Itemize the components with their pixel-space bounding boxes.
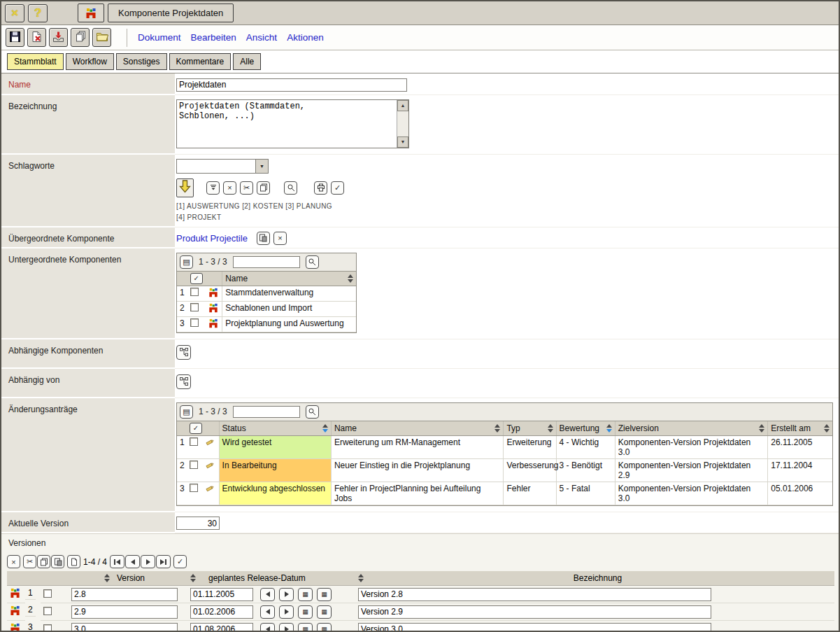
print-button[interactable] <box>314 181 327 195</box>
date-next-button[interactable] <box>279 605 294 619</box>
versionen-cut-button[interactable]: ✂ <box>23 555 36 568</box>
scroll-up-icon[interactable]: ▲ <box>397 100 408 111</box>
calendar-button[interactable]: ▦ <box>298 605 313 619</box>
release-date-input[interactable] <box>190 605 253 619</box>
clear-keywords-button[interactable]: × <box>223 181 236 195</box>
version-input[interactable] <box>71 605 178 619</box>
versionen-confirm-button[interactable]: ✓ <box>173 555 187 568</box>
sort-icon[interactable] <box>824 424 830 433</box>
col-name-header[interactable]: Name <box>334 423 357 433</box>
bezeichnung-textarea[interactable]: Projektdaten (Stammdaten, Schblonen, ...… <box>177 100 397 148</box>
tab-kommentare[interactable]: Kommentare <box>169 53 232 70</box>
close-button[interactable]: × <box>5 4 24 22</box>
row-checkbox[interactable] <box>190 318 199 327</box>
select-all-button[interactable]: ✓ <box>190 273 203 284</box>
confirm-keywords-button[interactable]: ✓ <box>331 181 344 195</box>
replace-parent-button[interactable] <box>257 232 270 245</box>
tab-sonstiges[interactable]: Sonstiges <box>116 53 167 70</box>
tab-stammblatt[interactable]: Stammblatt <box>7 53 64 70</box>
select-all-button[interactable]: ✓ <box>190 423 202 434</box>
version-input[interactable] <box>71 588 178 601</box>
change-requests-search-input[interactable] <box>233 406 300 418</box>
request-name-cell[interactable]: Erweiterung um RM-Management <box>331 435 504 458</box>
table-menu-button[interactable]: ▤ <box>180 405 193 419</box>
next-page-button[interactable] <box>141 555 155 568</box>
sort-icon[interactable] <box>494 424 500 433</box>
dependent-components-tree-button[interactable] <box>176 345 191 360</box>
version-bezeichnung-input[interactable] <box>358 588 711 601</box>
edit-icon[interactable] <box>205 463 215 472</box>
versionen-copy-button[interactable] <box>37 555 50 568</box>
subcomponents-search-button[interactable] <box>306 255 319 269</box>
versionen-paste-button[interactable] <box>51 555 64 568</box>
calendar-alt-button[interactable]: ▦ <box>317 605 332 619</box>
versionen-delete-button[interactable]: × <box>7 555 20 568</box>
row-checkbox[interactable] <box>43 589 52 598</box>
row-checkbox[interactable] <box>190 303 199 311</box>
tab-workflow[interactable]: Workflow <box>66 53 114 70</box>
menu-bearbeiten[interactable]: Bearbeiten <box>191 32 236 43</box>
subcomponent-link[interactable]: Schablonen und Import <box>222 301 356 316</box>
change-requests-search-button[interactable] <box>306 405 319 419</box>
col-release-header[interactable]: geplantes Release-Datum <box>208 573 306 583</box>
filter-button[interactable] <box>206 181 220 195</box>
copy-button[interactable] <box>71 28 90 47</box>
calendar-alt-button[interactable]: ▦ <box>317 623 332 632</box>
depends-on-tree-button[interactable] <box>176 374 191 389</box>
cut-button[interactable]: ✂ <box>240 181 253 195</box>
date-prev-button[interactable] <box>260 588 275 601</box>
menu-aktionen[interactable]: Aktionen <box>287 32 324 43</box>
col-bewertung-header[interactable]: Bewertung <box>560 423 599 433</box>
sort-icon[interactable] <box>759 424 764 433</box>
tab-alle[interactable]: Alle <box>233 53 261 70</box>
sort-icon[interactable] <box>358 574 364 582</box>
col-name-header[interactable]: Name <box>225 274 248 283</box>
copy-keywords-button[interactable] <box>257 181 270 195</box>
calendar-button[interactable]: ▦ <box>298 588 313 601</box>
request-name-cell[interactable]: Fehler in ProjectPlanning bei Aufteilung… <box>331 482 504 505</box>
row-checkbox[interactable] <box>190 437 198 446</box>
sort-icon[interactable] <box>190 574 196 582</box>
name-input[interactable] <box>176 78 407 92</box>
search-keywords-button[interactable] <box>284 181 297 195</box>
col-zielversion-header[interactable]: Zielversion <box>618 423 659 433</box>
open-folder-button[interactable] <box>92 28 111 47</box>
versionen-new-button[interactable] <box>67 555 80 568</box>
save-button[interactable] <box>6 28 24 47</box>
col-bezeichnung-header[interactable]: Bezeichnung <box>371 573 825 583</box>
edit-icon[interactable] <box>205 440 215 449</box>
parent-component-link[interactable]: Produkt Projectile <box>176 233 248 244</box>
table-menu-button[interactable]: ▤ <box>180 255 193 269</box>
sort-icon[interactable] <box>606 424 612 433</box>
edit-icon[interactable] <box>205 486 215 496</box>
release-date-input[interactable] <box>190 588 253 601</box>
remove-parent-button[interactable]: × <box>273 232 287 245</box>
col-erstellt-header[interactable]: Erstellt am <box>771 423 811 433</box>
version-bezeichnung-input[interactable] <box>358 605 711 619</box>
help-button[interactable]: ? <box>28 4 48 22</box>
row-checkbox[interactable] <box>190 288 199 296</box>
add-keyword-button[interactable] <box>176 178 194 197</box>
delete-document-button[interactable] <box>27 28 46 47</box>
dropdown-arrow-icon[interactable]: ▼ <box>255 160 268 173</box>
aktuelle-version-input[interactable] <box>176 517 220 530</box>
release-date-input[interactable] <box>190 623 253 632</box>
subcomponent-link[interactable]: Projektplanung und Auswertung <box>222 316 356 332</box>
schlagworte-dropdown[interactable]: ▼ <box>176 159 269 174</box>
menu-dokument[interactable]: Dokument <box>138 32 181 43</box>
request-name-cell[interactable]: Neuer Einstieg in die Projektplanung <box>331 458 504 482</box>
subcomponents-search-input[interactable] <box>233 256 300 268</box>
sort-icon[interactable] <box>104 574 110 582</box>
date-next-button[interactable] <box>279 588 294 601</box>
menu-ansicht[interactable]: Ansicht <box>246 32 277 43</box>
sort-icon[interactable] <box>548 424 553 433</box>
last-page-button[interactable] <box>156 555 171 568</box>
row-checkbox[interactable] <box>43 624 52 632</box>
date-prev-button[interactable] <box>260 623 275 632</box>
sort-icon[interactable] <box>348 274 353 283</box>
scroll-down-icon[interactable]: ▼ <box>397 136 408 148</box>
date-next-button[interactable] <box>279 623 294 632</box>
col-version-header[interactable]: Version <box>117 573 145 583</box>
row-checkbox[interactable] <box>190 484 198 492</box>
textarea-scrollbar[interactable]: ▲ ▼ <box>397 100 408 148</box>
